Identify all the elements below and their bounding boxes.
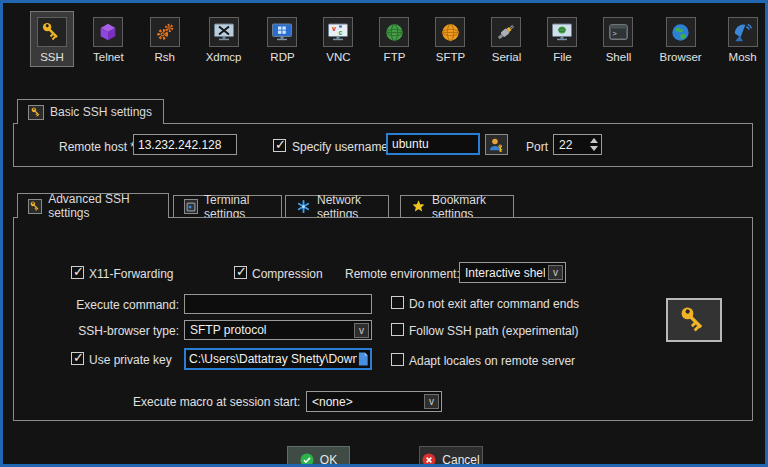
session-type-label: File — [553, 51, 572, 63]
session-type-label: FTP — [384, 51, 406, 63]
select-credentials-button[interactable] — [485, 134, 508, 155]
chevron-down-icon: v — [424, 394, 439, 409]
session-settings-window: SSH Telnet Rsh Xdmcp RDP — [0, 0, 768, 467]
tab-label: Basic SSH settings — [50, 105, 152, 119]
serial-plug-icon — [491, 17, 521, 47]
user-key-icon — [488, 136, 505, 153]
key-icon — [28, 199, 42, 214]
session-type-serial[interactable]: Serial — [484, 11, 528, 67]
browser-globe-icon — [666, 17, 696, 47]
vnc-monitor-icon: vc — [323, 17, 353, 47]
check-circle-icon — [300, 453, 314, 467]
session-type-vnc[interactable]: vc VNC — [316, 11, 360, 67]
session-type-label: VNC — [326, 51, 350, 63]
ftp-globe-icon — [379, 17, 409, 47]
svg-text:>: > — [612, 29, 617, 37]
session-type-xdmcp[interactable]: Xdmcp — [199, 11, 249, 67]
chevron-down-icon: v — [548, 265, 563, 280]
x11-forwarding-checkbox[interactable] — [71, 266, 84, 279]
sftp-globe-icon — [435, 17, 465, 47]
spin-up-icon[interactable] — [590, 138, 598, 143]
rdp-monitor-icon — [267, 17, 297, 47]
star-icon — [411, 199, 426, 214]
session-type-label: Telnet — [93, 51, 124, 63]
session-type-ftp[interactable]: FTP — [372, 11, 416, 67]
session-type-sftp[interactable]: SFTP — [428, 11, 472, 67]
session-type-mosh[interactable]: Mosh — [721, 11, 765, 67]
adapt-locales-checkbox[interactable] — [391, 353, 404, 366]
session-type-ssh[interactable]: SSH — [30, 11, 74, 67]
specify-username-label: Specify username — [292, 140, 388, 154]
dropdown-value: SFTP protocol — [190, 323, 351, 337]
port-spin-buttons[interactable] — [587, 138, 601, 151]
session-type-rsh[interactable]: Rsh — [143, 11, 187, 67]
compression-label: Compression — [252, 267, 323, 281]
session-type-label: SSH — [40, 51, 64, 63]
follow-ssh-path-checkbox[interactable] — [391, 323, 404, 336]
execute-macro-dropdown[interactable]: <none> v — [306, 391, 442, 412]
use-private-key-label: Use private key — [89, 353, 172, 367]
document-icon[interactable] — [357, 352, 369, 366]
follow-ssh-path-label: Follow SSH path (experimental) — [409, 324, 578, 338]
session-type-label: Xdmcp — [206, 51, 242, 63]
use-private-key-checkbox[interactable] — [71, 352, 84, 365]
session-type-label: Browser — [659, 51, 701, 63]
remote-host-label: Remote host * — [59, 140, 135, 154]
session-type-label: Rsh — [154, 51, 174, 63]
ok-button-label: OK — [320, 453, 337, 467]
tab-bookmark-settings[interactable]: Bookmark settings — [400, 195, 514, 218]
execute-command-input[interactable] — [184, 294, 372, 314]
cancel-button[interactable]: Cancel — [419, 446, 483, 467]
session-type-browser[interactable]: Browser — [652, 11, 708, 67]
execute-macro-label: Execute macro at session start: — [133, 395, 300, 409]
port-spinner[interactable]: 22 — [553, 134, 602, 155]
session-type-rdp[interactable]: RDP — [260, 11, 304, 67]
remote-host-input[interactable] — [133, 134, 237, 155]
mosh-satellite-icon — [728, 17, 758, 47]
tab-label: Advanced SSH settings — [48, 192, 158, 220]
chevron-down-icon: v — [354, 323, 369, 338]
session-type-label: RDP — [270, 51, 294, 63]
dropdown-value: <none> — [312, 395, 421, 409]
terminal-icon — [184, 199, 198, 214]
dropdown-value: Interactive shell — [465, 266, 545, 280]
private-key-input[interactable]: C:\Users\Dattatray Shetty\Downloa — [184, 348, 372, 370]
svg-text:v: v — [332, 25, 336, 32]
ssh-browser-type-dropdown[interactable]: SFTP protocol v — [184, 320, 372, 340]
ssh-key-icon — [37, 17, 67, 47]
key-icon — [678, 304, 710, 336]
specify-username-checkbox[interactable] — [273, 139, 286, 152]
tab-terminal-settings[interactable]: Terminal settings — [173, 195, 282, 218]
x11-forwarding-label: X11-Forwarding — [89, 267, 173, 281]
ssh-browser-type-label: SSH-browser type: — [69, 324, 179, 338]
do-not-exit-label: Do not exit after command ends — [409, 297, 579, 311]
compression-checkbox[interactable] — [234, 266, 247, 279]
tab-network-settings[interactable]: Network settings — [285, 195, 389, 218]
private-key-button[interactable] — [666, 298, 722, 342]
session-type-shell[interactable]: > Shell — [596, 11, 640, 67]
private-key-path: C:\Users\Dattatray Shetty\Downloa — [186, 352, 357, 366]
key-icon — [28, 105, 44, 120]
session-type-bar: SSH Telnet Rsh Xdmcp RDP — [30, 11, 761, 67]
adapt-locales-label: Adapt locales on remote server — [409, 354, 575, 368]
do-not-exit-checkbox[interactable] — [391, 296, 404, 309]
file-monitor-icon — [547, 17, 577, 47]
execute-command-label: Execute command: — [69, 298, 179, 312]
session-type-label: Mosh — [729, 51, 757, 63]
rsh-gears-icon — [150, 17, 180, 47]
session-type-telnet[interactable]: Telnet — [86, 11, 131, 67]
tab-advanced-ssh-settings[interactable]: Advanced SSH settings — [17, 193, 169, 218]
remote-environment-dropdown[interactable]: Interactive shell v — [459, 262, 566, 283]
ok-button[interactable]: OK — [287, 446, 350, 467]
spin-down-icon[interactable] — [590, 146, 598, 151]
session-type-label: Shell — [606, 51, 632, 63]
session-type-file[interactable]: File — [540, 11, 584, 67]
x-circle-icon — [422, 453, 436, 467]
username-input[interactable] — [386, 133, 480, 155]
network-icon — [296, 199, 311, 214]
port-value: 22 — [554, 138, 587, 152]
session-type-label: Serial — [492, 51, 521, 63]
svg-text:c: c — [339, 29, 343, 36]
session-type-label: SFTP — [436, 51, 465, 63]
port-label: Port — [526, 140, 548, 154]
